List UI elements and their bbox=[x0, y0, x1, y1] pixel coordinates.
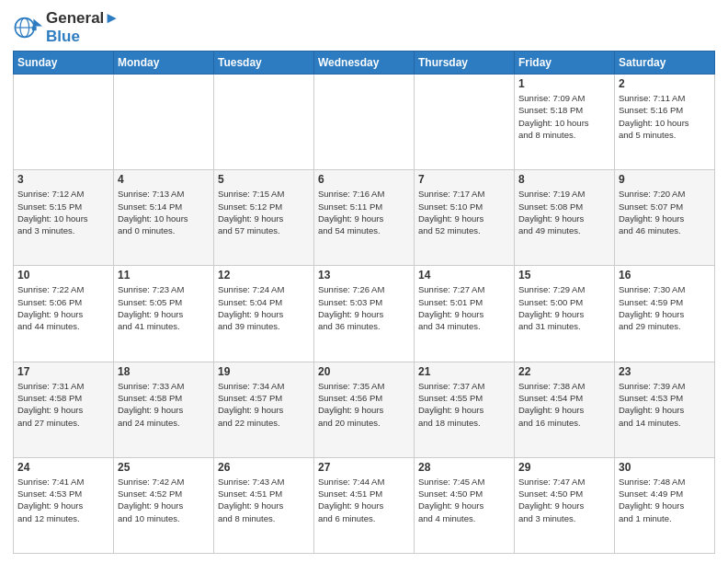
day-info: Sunrise: 7:42 AM Sunset: 4:52 PM Dayligh… bbox=[118, 476, 210, 524]
day-number: 19 bbox=[218, 365, 310, 378]
day-cell-19: 19Sunrise: 7:34 AM Sunset: 4:57 PM Dayli… bbox=[214, 362, 314, 457]
day-cell-8: 8Sunrise: 7:19 AM Sunset: 5:08 PM Daylig… bbox=[515, 170, 615, 266]
day-info: Sunrise: 7:37 AM Sunset: 4:55 PM Dayligh… bbox=[418, 380, 510, 429]
day-number: 28 bbox=[418, 461, 510, 474]
week-row-1: 1Sunrise: 7:09 AM Sunset: 5:18 PM Daylig… bbox=[14, 75, 715, 170]
day-cell-15: 15Sunrise: 7:29 AM Sunset: 5:00 PM Dayli… bbox=[515, 266, 615, 362]
day-info: Sunrise: 7:23 AM Sunset: 5:05 PM Dayligh… bbox=[118, 283, 210, 332]
day-cell-10: 10Sunrise: 7:22 AM Sunset: 5:06 PM Dayli… bbox=[14, 266, 114, 362]
day-cell-26: 26Sunrise: 7:43 AM Sunset: 4:51 PM Dayli… bbox=[214, 457, 314, 553]
day-number: 15 bbox=[518, 269, 610, 282]
day-number: 14 bbox=[418, 269, 510, 282]
day-info: Sunrise: 7:38 AM Sunset: 4:54 PM Dayligh… bbox=[518, 380, 610, 429]
day-number: 21 bbox=[418, 365, 510, 378]
day-cell-29: 29Sunrise: 7:47 AM Sunset: 4:50 PM Dayli… bbox=[515, 457, 615, 553]
logo-line1: General► bbox=[46, 9, 119, 28]
day-cell-16: 16Sunrise: 7:30 AM Sunset: 4:59 PM Dayli… bbox=[615, 266, 715, 362]
day-number: 20 bbox=[318, 365, 410, 378]
weekday-sunday: Sunday bbox=[14, 52, 114, 75]
day-info: Sunrise: 7:24 AM Sunset: 5:04 PM Dayligh… bbox=[218, 283, 310, 332]
day-info: Sunrise: 7:48 AM Sunset: 4:49 PM Dayligh… bbox=[619, 476, 711, 524]
weekday-friday: Friday bbox=[515, 52, 615, 75]
day-number: 2 bbox=[619, 77, 711, 90]
day-cell-21: 21Sunrise: 7:37 AM Sunset: 4:55 PM Dayli… bbox=[415, 362, 515, 457]
day-cell-17: 17Sunrise: 7:31 AM Sunset: 4:58 PM Dayli… bbox=[14, 362, 114, 457]
day-cell-25: 25Sunrise: 7:42 AM Sunset: 4:52 PM Dayli… bbox=[114, 457, 214, 553]
day-number: 8 bbox=[518, 173, 610, 186]
day-cell-18: 18Sunrise: 7:33 AM Sunset: 4:58 PM Dayli… bbox=[114, 362, 214, 457]
svg-marker-3 bbox=[33, 18, 42, 26]
header: General► Blue bbox=[13, 9, 715, 45]
day-info: Sunrise: 7:35 AM Sunset: 4:56 PM Dayligh… bbox=[318, 380, 410, 429]
day-cell-23: 23Sunrise: 7:39 AM Sunset: 4:53 PM Dayli… bbox=[615, 362, 715, 457]
day-info: Sunrise: 7:09 AM Sunset: 5:18 PM Dayligh… bbox=[518, 92, 610, 141]
day-number: 7 bbox=[418, 173, 510, 186]
week-row-3: 10Sunrise: 7:22 AM Sunset: 5:06 PM Dayli… bbox=[14, 266, 715, 362]
svg-rect-4 bbox=[32, 26, 37, 30]
day-info: Sunrise: 7:13 AM Sunset: 5:14 PM Dayligh… bbox=[118, 188, 210, 236]
day-info: Sunrise: 7:31 AM Sunset: 4:58 PM Dayligh… bbox=[17, 380, 109, 429]
weekday-thursday: Thursday bbox=[415, 52, 515, 75]
day-info: Sunrise: 7:47 AM Sunset: 4:50 PM Dayligh… bbox=[518, 476, 610, 524]
day-number: 9 bbox=[619, 173, 711, 186]
day-cell-22: 22Sunrise: 7:38 AM Sunset: 4:54 PM Dayli… bbox=[515, 362, 615, 457]
day-number: 6 bbox=[318, 173, 410, 186]
weekday-saturday: Saturday bbox=[615, 52, 715, 75]
day-number: 3 bbox=[17, 173, 109, 186]
empty-cell bbox=[314, 75, 415, 170]
day-info: Sunrise: 7:16 AM Sunset: 5:11 PM Dayligh… bbox=[318, 188, 410, 236]
day-info: Sunrise: 7:26 AM Sunset: 5:03 PM Dayligh… bbox=[318, 283, 410, 332]
day-cell-27: 27Sunrise: 7:44 AM Sunset: 4:51 PM Dayli… bbox=[314, 457, 415, 553]
day-info: Sunrise: 7:22 AM Sunset: 5:06 PM Dayligh… bbox=[17, 283, 109, 332]
day-info: Sunrise: 7:29 AM Sunset: 5:00 PM Dayligh… bbox=[518, 283, 610, 332]
day-info: Sunrise: 7:33 AM Sunset: 4:58 PM Dayligh… bbox=[118, 380, 210, 429]
day-cell-14: 14Sunrise: 7:27 AM Sunset: 5:01 PM Dayli… bbox=[415, 266, 515, 362]
page: General► Blue SundayMondayTuesdayWednesd… bbox=[0, 0, 728, 563]
weekday-header-row: SundayMondayTuesdayWednesdayThursdayFrid… bbox=[14, 52, 715, 75]
day-number: 1 bbox=[518, 77, 610, 90]
day-number: 18 bbox=[118, 365, 210, 378]
day-info: Sunrise: 7:41 AM Sunset: 4:53 PM Dayligh… bbox=[17, 476, 109, 524]
day-info: Sunrise: 7:20 AM Sunset: 5:07 PM Dayligh… bbox=[619, 188, 711, 236]
weekday-wednesday: Wednesday bbox=[314, 52, 415, 75]
empty-cell bbox=[14, 75, 114, 170]
day-cell-13: 13Sunrise: 7:26 AM Sunset: 5:03 PM Dayli… bbox=[314, 266, 415, 362]
day-info: Sunrise: 7:43 AM Sunset: 4:51 PM Dayligh… bbox=[218, 476, 310, 524]
day-number: 22 bbox=[518, 365, 610, 378]
day-number: 16 bbox=[619, 269, 711, 282]
weekday-tuesday: Tuesday bbox=[214, 52, 314, 75]
day-number: 12 bbox=[218, 269, 310, 282]
day-number: 24 bbox=[17, 461, 109, 474]
day-info: Sunrise: 7:19 AM Sunset: 5:08 PM Dayligh… bbox=[518, 188, 610, 236]
week-row-5: 24Sunrise: 7:41 AM Sunset: 4:53 PM Dayli… bbox=[14, 457, 715, 553]
day-number: 23 bbox=[619, 365, 711, 378]
day-cell-2: 2Sunrise: 7:11 AM Sunset: 5:16 PM Daylig… bbox=[615, 75, 715, 170]
day-number: 4 bbox=[118, 173, 210, 186]
day-cell-3: 3Sunrise: 7:12 AM Sunset: 5:15 PM Daylig… bbox=[14, 170, 114, 266]
day-info: Sunrise: 7:30 AM Sunset: 4:59 PM Dayligh… bbox=[619, 283, 711, 332]
day-number: 29 bbox=[518, 461, 610, 474]
day-number: 26 bbox=[218, 461, 310, 474]
day-info: Sunrise: 7:11 AM Sunset: 5:16 PM Dayligh… bbox=[619, 92, 711, 141]
day-number: 17 bbox=[17, 365, 109, 378]
day-info: Sunrise: 7:45 AM Sunset: 4:50 PM Dayligh… bbox=[418, 476, 510, 524]
day-number: 25 bbox=[118, 461, 210, 474]
day-cell-24: 24Sunrise: 7:41 AM Sunset: 4:53 PM Dayli… bbox=[14, 457, 114, 553]
week-row-4: 17Sunrise: 7:31 AM Sunset: 4:58 PM Dayli… bbox=[14, 362, 715, 457]
day-cell-5: 5Sunrise: 7:15 AM Sunset: 5:12 PM Daylig… bbox=[214, 170, 314, 266]
day-info: Sunrise: 7:34 AM Sunset: 4:57 PM Dayligh… bbox=[218, 380, 310, 429]
logo: General► Blue bbox=[13, 9, 119, 45]
weekday-monday: Monday bbox=[114, 52, 214, 75]
empty-cell bbox=[214, 75, 314, 170]
day-cell-20: 20Sunrise: 7:35 AM Sunset: 4:56 PM Dayli… bbox=[314, 362, 415, 457]
day-cell-12: 12Sunrise: 7:24 AM Sunset: 5:04 PM Dayli… bbox=[214, 266, 314, 362]
day-cell-30: 30Sunrise: 7:48 AM Sunset: 4:49 PM Dayli… bbox=[615, 457, 715, 553]
logo-line2: Blue bbox=[46, 28, 119, 46]
day-info: Sunrise: 7:39 AM Sunset: 4:53 PM Dayligh… bbox=[619, 380, 711, 429]
day-cell-6: 6Sunrise: 7:16 AM Sunset: 5:11 PM Daylig… bbox=[314, 170, 415, 266]
day-info: Sunrise: 7:17 AM Sunset: 5:10 PM Dayligh… bbox=[418, 188, 510, 236]
day-cell-11: 11Sunrise: 7:23 AM Sunset: 5:05 PM Dayli… bbox=[114, 266, 214, 362]
day-cell-9: 9Sunrise: 7:20 AM Sunset: 5:07 PM Daylig… bbox=[615, 170, 715, 266]
day-number: 27 bbox=[318, 461, 410, 474]
day-cell-7: 7Sunrise: 7:17 AM Sunset: 5:10 PM Daylig… bbox=[415, 170, 515, 266]
